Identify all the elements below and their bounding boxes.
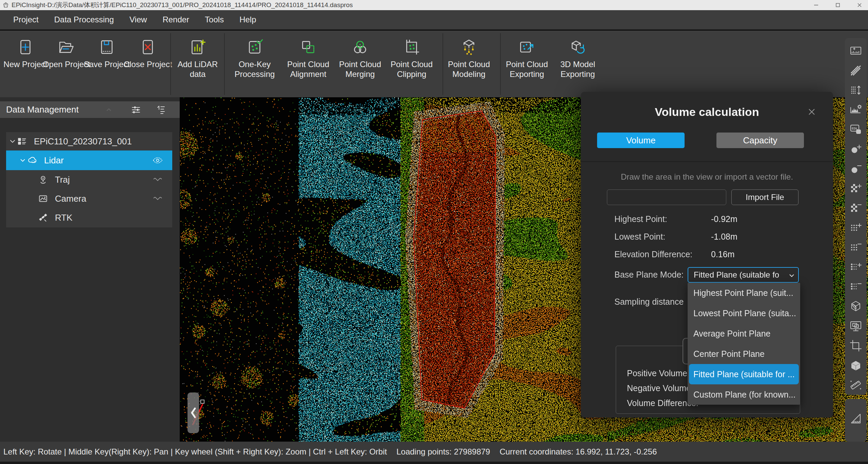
chevron-down-icon [788,272,795,279]
collapse-panel-icon[interactable] [103,105,114,115]
histogram-settings-icon[interactable] [849,103,863,117]
tree-row-lidar[interactable]: Lidar [6,150,172,170]
grid-plus-icon[interactable] [849,221,863,235]
new-project-icon [16,37,35,57]
sampling-distance-label: Sampling distance [614,297,684,307]
mouse-controls-hint: Left Key: Rotate | Middle Key(Right Key)… [3,447,387,457]
menu-help[interactable]: Help [232,10,264,29]
current-coordinates: Current coordinates: 16.992, 11.723, -0.… [499,447,657,457]
application-window: EPiCInsight-D:/演示Data/体积计算/EPiC110_20230… [0,0,868,464]
volume-calculation-dialog: Volume calculation Volume Capacity Draw … [581,92,833,418]
measure-toolbar [845,399,867,442]
point-size-plus-icon[interactable] [849,142,863,156]
toolbar-separator [224,33,225,95]
point-size-minus-icon[interactable] [849,162,863,176]
tree-row-rtk[interactable]: RTK [6,208,172,227]
tree-row-project[interactable]: EPiC110_20230713_001 [6,132,172,150]
project-node-label: EPiC110_20230713_001 [34,136,132,147]
point-cloud-merging-icon [350,37,370,57]
point-spacing-icon[interactable] [849,83,863,97]
main-toolbar: New Project Open Project Save Project Cl… [0,31,868,97]
point-cloud-modeling-button[interactable]: Point Cloud Modeling [443,37,494,79]
trajectory-icon [38,175,48,185]
measure-ruler-icon[interactable] [849,378,863,392]
dropdown-option-center[interactable]: Center Point Plane [688,344,800,364]
filter-icon[interactable] [131,105,141,115]
model-exporting-button[interactable]: 3D Model Exporting [552,37,603,79]
vector-file-input[interactable] [607,189,726,205]
add-lidar-data-icon [188,37,208,57]
display-board-icon[interactable] [849,44,863,58]
crop-icon[interactable] [849,339,863,352]
base-plane-dropdown: Highest Point Plane (suit... Lowest Poin… [688,283,800,405]
point-cloud-alignment-button[interactable]: Point Cloud Alignment [283,37,334,79]
dialog-close-icon[interactable] [807,107,817,117]
draw-area-hint: Draw the area in the view or import a ve… [581,172,833,182]
data-management-header: Data Management [0,101,180,118]
menu-view[interactable]: View [122,10,155,29]
highest-point-value: -0.92m [711,214,737,224]
point-cloud-exporting-button[interactable]: Point Cloud Exporting [501,37,552,79]
dropdown-option-fitted[interactable]: Fitted Plane (suitable for ... [689,364,799,384]
toolbar-separator [170,33,171,95]
eye-icon[interactable] [152,156,163,165]
close-project-button[interactable]: Close Project [122,37,173,69]
dialog-title: Volume calculation [581,105,833,119]
chevron-left-icon [190,407,197,419]
one-key-processing-button[interactable]: One-Key Processing [229,37,280,79]
elevation-difference-label: Elevation Difference: [614,249,692,259]
close-window-button[interactable] [854,0,865,10]
drone-icon[interactable] [153,195,163,202]
dropdown-option-average[interactable]: Average Point Plane [688,323,800,344]
close-project-icon [138,37,158,57]
point-cloud-merging-button[interactable]: Point Cloud Merging [335,37,386,79]
title-bar: EPiCInsight-D:/演示Data/体积计算/EPiC110_20230… [0,0,868,10]
density-plus-icon[interactable] [849,182,863,195]
grid-minus-icon[interactable] [849,241,863,254]
status-bar: Left Key: Rotate | Middle Key(Right Key)… [0,442,868,462]
minimize-button[interactable] [811,0,821,10]
model-exporting-icon [568,37,588,57]
hatch-render-icon[interactable] [849,64,863,77]
add-lidar-data-button[interactable]: Add LiDAR data [172,37,223,79]
menu-data-processing[interactable]: Data Processing [46,10,122,29]
menu-tools[interactable]: Tools [197,10,232,29]
camera-node-label: Camera [55,194,86,204]
dropdown-option-lowest[interactable]: Lowest Point Plane (suita... [688,303,800,323]
solid-box-icon[interactable] [849,359,863,372]
point-cloud-clipping-button[interactable]: Point Cloud Clipping [386,37,437,79]
tree-row-traj[interactable]: Traj [6,170,172,189]
import-file-button[interactable]: Import File [731,189,798,205]
sidebar-collapse-handle[interactable] [188,392,199,433]
camera-icon [38,194,48,204]
chevron-down-icon[interactable] [19,157,26,164]
points-add-icon[interactable] [849,260,863,274]
panel-title: Data Management [6,104,79,115]
save-project-icon [97,37,117,57]
tab-volume[interactable]: Volume [597,133,685,148]
textured-cube-icon[interactable] [849,300,863,313]
maximize-button[interactable] [833,0,843,10]
dropdown-option-custom[interactable]: Custom Plane (for known... [688,384,800,405]
point-cloud-modeling-icon [459,37,479,57]
menu-render[interactable]: Render [155,10,197,29]
sort-icon[interactable] [155,105,166,115]
toolbar-separator [500,33,501,95]
dropdown-option-highest[interactable]: Highest Point Plane (suit... [688,283,800,303]
negative-volume-label: Negative Volume [627,383,691,393]
base-plane-selected-value: Fitted Plane (suitable fo [694,270,779,280]
edl-render-icon[interactable]: EDL [849,123,863,136]
menu-project[interactable]: Project [5,10,46,29]
lowest-point-value: -1.08m [711,232,737,242]
drone-icon[interactable] [153,176,163,183]
tree-row-camera[interactable]: Camera [6,189,172,208]
loading-points-status: Loading points: 27989879 [396,447,490,457]
points-remove-icon[interactable] [849,280,863,294]
base-plane-select[interactable]: Fitted Plane (suitable fo [688,267,799,283]
density-minus-icon[interactable] [849,201,863,215]
tab-capacity[interactable]: Capacity [716,133,804,148]
rtk-node-label: RTK [55,212,73,223]
chevron-down-icon[interactable] [9,138,16,145]
screen-overlay-icon[interactable] [849,319,863,333]
set-square-icon[interactable] [849,412,863,425]
